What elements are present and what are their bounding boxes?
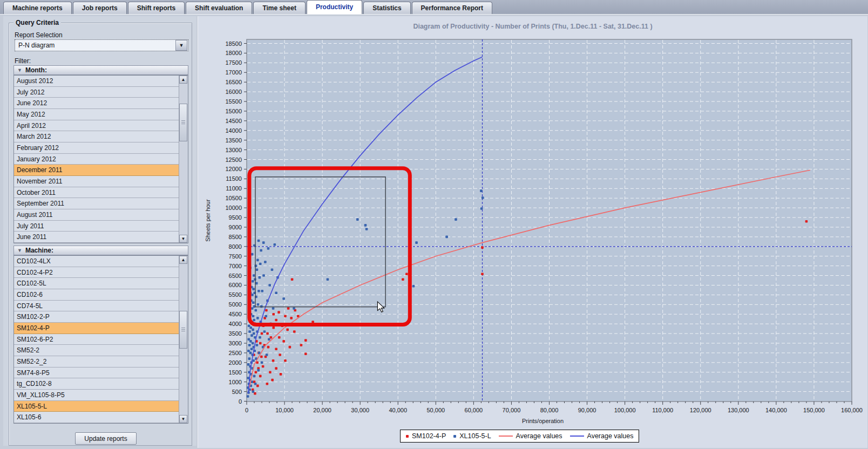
data-point-SM102-4-P bbox=[272, 313, 275, 316]
data-point-SM102-4-P bbox=[255, 371, 257, 373]
data-point-XL105-5-L bbox=[272, 307, 275, 310]
machine-scrollbar[interactable]: ▲ ▼ bbox=[179, 256, 188, 423]
x-tick-label: 100,000 bbox=[614, 407, 636, 413]
x-tick-label: 150,000 bbox=[803, 407, 825, 413]
data-point-SM102-4-P bbox=[266, 332, 269, 335]
y-tick-label: 17500 bbox=[225, 59, 242, 66]
y-tick-label: 6000 bbox=[229, 282, 242, 288]
y-tick-label: 15500 bbox=[225, 98, 242, 105]
scroll-up-icon[interactable]: ▲ bbox=[179, 76, 187, 84]
machine-list-item[interactable]: tg_CD102-8 bbox=[14, 378, 179, 390]
data-point-SM102-4-P bbox=[272, 359, 275, 362]
scroll-down-icon[interactable]: ▼ bbox=[179, 415, 187, 423]
month-list-item[interactable]: February 2012 bbox=[14, 142, 179, 154]
machine-list-item[interactable]: SM102-2-P bbox=[14, 311, 179, 323]
month-list-item[interactable]: January 2012 bbox=[14, 154, 179, 165]
month-list-item[interactable]: November 2011 bbox=[14, 176, 179, 187]
tab-shift-evaluation[interactable]: Shift evaluation bbox=[186, 2, 252, 14]
machine-list-item[interactable]: SM74-8-P5 bbox=[14, 368, 179, 379]
month-list-item[interactable]: May 2012 bbox=[14, 109, 179, 120]
tab-time-sheet[interactable]: Time sheet bbox=[253, 2, 305, 14]
data-point-XL105-5-L bbox=[250, 334, 253, 337]
data-point-XL105-5-L bbox=[257, 303, 260, 306]
tab-machine-reports[interactable]: Machine reports bbox=[3, 2, 72, 14]
data-point-XL105-5-L bbox=[259, 336, 261, 339]
machine-list-item[interactable]: VM_XL105-8-P5 bbox=[14, 390, 179, 401]
month-list-item[interactable]: December 2011 bbox=[14, 165, 179, 176]
legend-point-marker bbox=[406, 435, 409, 438]
month-list-item[interactable]: August 2011 bbox=[14, 209, 179, 221]
machine-list-item[interactable]: CD102-4-P2 bbox=[14, 267, 179, 278]
machine-list-item[interactable]: XL105-6 bbox=[14, 412, 179, 423]
machine-list-item[interactable]: SM52-2 bbox=[14, 345, 179, 356]
data-point-XL105-5-L bbox=[252, 301, 255, 304]
month-list-item[interactable]: July 2011 bbox=[14, 221, 179, 232]
data-point-XL105-5-L bbox=[249, 326, 252, 329]
x-tick-label: 40,000 bbox=[389, 407, 407, 413]
application-window: Machine reportsJob reportsShift reportsS… bbox=[0, 0, 868, 449]
tab-bar: Machine reportsJob reportsShift reportsS… bbox=[0, 0, 868, 15]
data-point-SM102-4-P bbox=[402, 278, 404, 281]
data-point-SM102-4-P bbox=[262, 365, 265, 368]
data-point-SM102-4-P bbox=[284, 359, 287, 362]
filter-label: Filter: bbox=[15, 57, 31, 65]
month-list-item[interactable]: September 2011 bbox=[14, 198, 179, 209]
machine-list-item[interactable]: CD74-5L bbox=[14, 301, 179, 312]
machine-scrollbar-thumb[interactable] bbox=[179, 311, 187, 349]
data-point-SM102-4-P bbox=[284, 315, 287, 318]
tab-performance-report[interactable]: Performance Report bbox=[412, 2, 492, 14]
machine-list: CD102-4LXCD102-4-P2CD102-5LCD102-6CD74-5… bbox=[13, 255, 188, 424]
data-point-XL105-5-L bbox=[268, 284, 271, 287]
legend-point-marker bbox=[453, 435, 456, 438]
query-criteria-title: Query Criteria bbox=[13, 19, 61, 26]
data-point-XL105-5-L bbox=[256, 344, 259, 346]
tab-shift-reports[interactable]: Shift reports bbox=[128, 2, 185, 14]
month-list-item[interactable]: August 2012 bbox=[14, 76, 179, 87]
machine-list-item[interactable]: CD102-6 bbox=[14, 289, 179, 301]
data-point-XL105-5-L bbox=[248, 344, 251, 346]
data-point-SM102-4-P bbox=[267, 346, 270, 349]
x-tick-label: 160,000 bbox=[841, 407, 863, 413]
month-list-item[interactable]: June 2012 bbox=[14, 98, 179, 109]
scroll-down-icon[interactable]: ▼ bbox=[179, 235, 187, 243]
machine-list-item[interactable]: XL105-5-L bbox=[14, 401, 179, 412]
month-scrollbar-thumb[interactable] bbox=[179, 104, 187, 141]
data-point-XL105-5-L bbox=[257, 369, 260, 372]
data-point-XL105-5-L bbox=[249, 340, 252, 343]
tab-productivity[interactable]: Productivity bbox=[307, 0, 362, 14]
month-list-item[interactable]: March 2012 bbox=[14, 131, 179, 142]
data-point-XL105-5-L bbox=[254, 383, 257, 385]
data-point-SM102-4-P bbox=[259, 375, 262, 378]
x-tick-label: 110,000 bbox=[652, 407, 673, 413]
combobox-dropdown-icon[interactable]: ▼ bbox=[175, 40, 187, 51]
report-selection-combobox[interactable]: P-N diagram ▼ bbox=[15, 39, 188, 51]
machine-list-item[interactable]: SM102-6-P2 bbox=[14, 334, 179, 345]
y-tick-label: 2500 bbox=[229, 350, 242, 356]
tab-job-reports[interactable]: Job reports bbox=[73, 2, 127, 14]
y-tick-label: 10000 bbox=[225, 205, 242, 211]
data-point-XL105-5-L bbox=[262, 274, 265, 277]
tab-statistics[interactable]: Statistics bbox=[363, 2, 410, 14]
month-section-header[interactable]: ▼ Month: bbox=[13, 65, 188, 75]
data-point-XL105-5-L bbox=[252, 315, 255, 318]
month-list-item[interactable]: July 2012 bbox=[14, 87, 179, 98]
x-tick-label: 80,000 bbox=[540, 407, 559, 413]
machine-list-item[interactable]: CD102-5L bbox=[14, 278, 179, 289]
machine-list-item[interactable]: SM52-2_2 bbox=[14, 356, 179, 368]
machine-list-item[interactable]: SM102-4-P bbox=[14, 323, 179, 334]
report-selection-value: P-N diagram bbox=[15, 42, 175, 49]
month-list-item[interactable]: April 2012 bbox=[14, 120, 179, 132]
data-point-XL105-5-L bbox=[275, 292, 277, 295]
scroll-up-icon[interactable]: ▲ bbox=[179, 256, 187, 264]
month-scrollbar[interactable]: ▲ ▼ bbox=[179, 76, 188, 243]
data-point-XL105-5-L bbox=[247, 395, 249, 398]
month-list-item[interactable]: October 2011 bbox=[14, 187, 179, 199]
y-tick-label: 18500 bbox=[225, 40, 242, 47]
machine-section-header[interactable]: ▼ Machine: bbox=[13, 246, 188, 255]
data-point-SM102-4-P bbox=[805, 220, 808, 223]
month-list-item[interactable]: June 2011 bbox=[14, 232, 179, 243]
data-point-XL105-5-L bbox=[268, 338, 270, 341]
machine-list-item[interactable]: CD102-4LX bbox=[14, 256, 179, 267]
update-reports-button[interactable]: Update reports bbox=[75, 432, 137, 445]
collapse-triangle-icon: ▼ bbox=[17, 248, 22, 253]
